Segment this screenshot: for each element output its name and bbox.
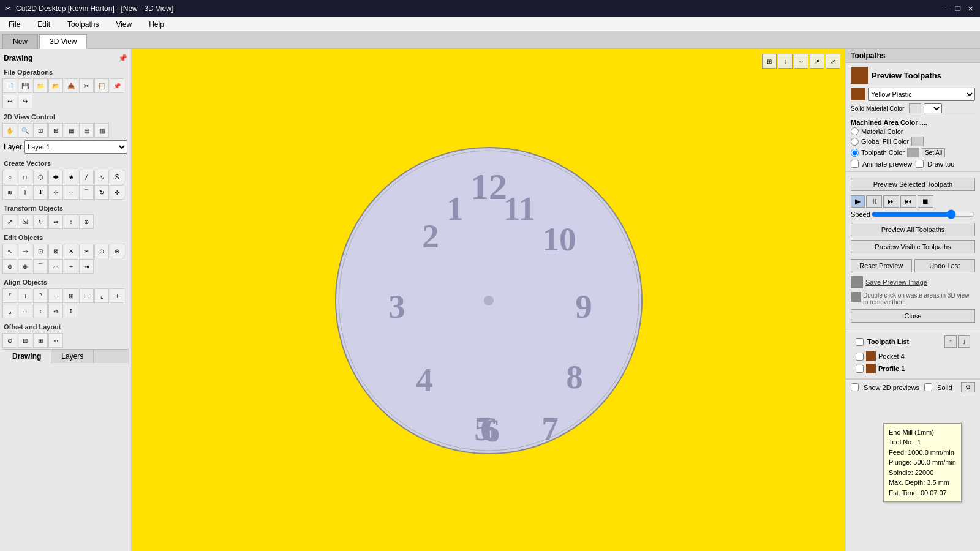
next-button[interactable]: ⏭ <box>883 195 899 208</box>
copy-btn[interactable]: 📋 <box>94 78 109 93</box>
animate-checkbox[interactable] <box>851 160 859 168</box>
canvas-tool-3[interactable]: ↔ <box>794 54 809 69</box>
boolean-btn[interactable]: ⊕ <box>18 259 32 274</box>
toolpath-list-check[interactable] <box>856 338 864 346</box>
toolpath-pocket4[interactable]: Pocket 4 <box>851 350 975 362</box>
zoom-fit-btn[interactable]: ⊡ <box>33 123 48 138</box>
dist-v[interactable]: ↕ <box>33 304 48 318</box>
menu-help[interactable]: Help <box>145 19 168 30</box>
tab-3dview[interactable]: 3D View <box>39 34 87 49</box>
arc-btn[interactable]: ⌒ <box>79 185 94 200</box>
scale-btn[interactable]: ⇲ <box>18 214 32 229</box>
extend-btn[interactable]: ⇥ <box>79 259 94 274</box>
subtract-btn[interactable]: ⊖ <box>2 259 17 274</box>
layout2-btn[interactable]: ⊞ <box>33 333 48 348</box>
dim-btn[interactable]: ↔ <box>64 185 78 200</box>
spiro-btn[interactable]: ↻ <box>94 185 109 200</box>
zoom-in-btn[interactable]: 🔍 <box>18 123 32 138</box>
node-btn[interactable]: ⊹ <box>48 185 63 200</box>
align-bc[interactable]: ⊥ <box>110 288 124 303</box>
set-all-button[interactable]: Set All <box>922 148 945 157</box>
circle-btn[interactable]: ○ <box>2 170 17 184</box>
mirror-btn[interactable]: ⇔ <box>48 214 63 229</box>
align-tr[interactable]: ⌝ <box>33 288 48 303</box>
toolpath-profile1[interactable]: Profile 1 <box>851 362 975 375</box>
align-tl[interactable]: ⌜ <box>2 288 17 303</box>
draw-tool-checkbox[interactable] <box>916 160 924 168</box>
paste-btn[interactable]: 📌 <box>110 78 124 93</box>
tab-new[interactable]: New <box>2 34 38 48</box>
space-v[interactable]: ⇕ <box>64 304 78 318</box>
ungroup-btn[interactable]: ⊠ <box>48 244 63 258</box>
global-fill-radio[interactable] <box>851 138 859 146</box>
trim-btn[interactable]: ✂ <box>79 244 94 258</box>
weld-btn[interactable]: ⊙ <box>94 244 109 258</box>
tab-drawing[interactable]: Drawing <box>2 350 51 363</box>
settings-btn[interactable]: ⚙ <box>961 382 975 392</box>
canvas-tool-1[interactable]: ⊞ <box>762 54 777 69</box>
save-as-btn[interactable]: 📁 <box>33 78 48 93</box>
pause-button[interactable]: ⏸ <box>866 195 882 208</box>
cross-btn[interactable]: ✛ <box>110 185 124 200</box>
rect-btn[interactable]: □ <box>18 170 32 184</box>
curve-btn[interactable]: ∿ <box>94 170 109 184</box>
toolpath-color-picker[interactable] <box>907 148 919 157</box>
offset-btn[interactable]: ⊙ <box>2 333 17 348</box>
undo-last-button[interactable]: Undo Last <box>914 259 976 272</box>
solid-color-select[interactable] <box>924 103 942 113</box>
import-btn[interactable]: 📥 <box>64 78 78 93</box>
minimize-button[interactable]: ─ <box>941 4 951 13</box>
close-panel-button[interactable]: Close <box>851 309 975 323</box>
preview-selected-button[interactable]: Preview Selected Toolpath <box>851 178 975 191</box>
canvas-tool-5[interactable]: ⤢ <box>826 54 840 69</box>
save-preview-label[interactable]: Save Preview Image <box>865 279 927 286</box>
move-down-btn[interactable]: ↓ <box>958 335 970 348</box>
menu-view[interactable]: View <box>112 19 135 30</box>
text2-btn[interactable]: 𝐓 <box>33 185 48 200</box>
align-mc[interactable]: ⊞ <box>64 288 78 303</box>
solid-check[interactable] <box>924 383 932 391</box>
move-up-btn[interactable]: ↑ <box>944 335 957 348</box>
show-2d-check[interactable] <box>851 383 859 391</box>
restore-button[interactable]: ❐ <box>953 4 963 13</box>
view-1btn[interactable]: ▦ <box>64 123 78 138</box>
move-btn[interactable]: ⤢ <box>2 214 17 229</box>
view-2btn[interactable]: ▤ <box>79 123 94 138</box>
layout1-btn[interactable]: ⊡ <box>18 333 32 348</box>
intersect-btn[interactable]: ⊗ <box>110 244 124 258</box>
close-button[interactable]: ✕ <box>965 4 975 13</box>
text-btn[interactable]: T <box>18 185 32 200</box>
ellipse-btn[interactable]: ⬬ <box>48 170 63 184</box>
canvas-tool-4[interactable]: ↗ <box>810 54 824 69</box>
menu-edit[interactable]: Edit <box>34 19 54 30</box>
align-br[interactable]: ⌟ <box>2 304 17 318</box>
material-color-radio[interactable] <box>851 127 859 135</box>
tab-layers[interactable]: Layers <box>51 350 94 363</box>
wave-btn[interactable]: ≋ <box>2 185 17 200</box>
preview-visible-button[interactable]: Preview Visible Toolpaths <box>851 240 975 253</box>
view-3btn[interactable]: ▥ <box>94 123 109 138</box>
size-btn[interactable]: ↕ <box>64 214 78 229</box>
toolpath-color-radio[interactable] <box>851 149 859 157</box>
node-edit-btn[interactable]: ⊸ <box>18 244 32 258</box>
pocket4-check[interactable] <box>856 353 864 361</box>
dist-h[interactable]: ↔ <box>18 304 32 318</box>
reset-preview-button[interactable]: Reset Preview <box>851 259 912 272</box>
smooth-btn[interactable]: ⌣ <box>64 259 78 274</box>
spiral-btn[interactable]: S <box>110 170 124 184</box>
align-bl[interactable]: ⌞ <box>94 288 109 303</box>
star-btn[interactable]: ★ <box>64 170 78 184</box>
group-btn[interactable]: ⊡ <box>33 244 48 258</box>
global-fill-color[interactable] <box>911 137 924 146</box>
redo-btn[interactable]: ↪ <box>18 94 32 108</box>
delete-btn[interactable]: ✕ <box>64 244 78 258</box>
fillet-btn[interactable]: ⌒ <box>33 259 48 274</box>
profile1-check[interactable] <box>856 365 864 373</box>
undo-btn[interactable]: ↩ <box>2 94 17 108</box>
align-tc[interactable]: ⊤ <box>18 288 32 303</box>
zoom-sel-btn[interactable]: ⊞ <box>48 123 63 138</box>
layer-select[interactable]: Layer 1 <box>24 140 127 154</box>
new-file-btn[interactable]: 📄 <box>2 78 17 93</box>
center-btn[interactable]: ⊕ <box>79 214 94 229</box>
align-mr[interactable]: ⊢ <box>79 288 94 303</box>
